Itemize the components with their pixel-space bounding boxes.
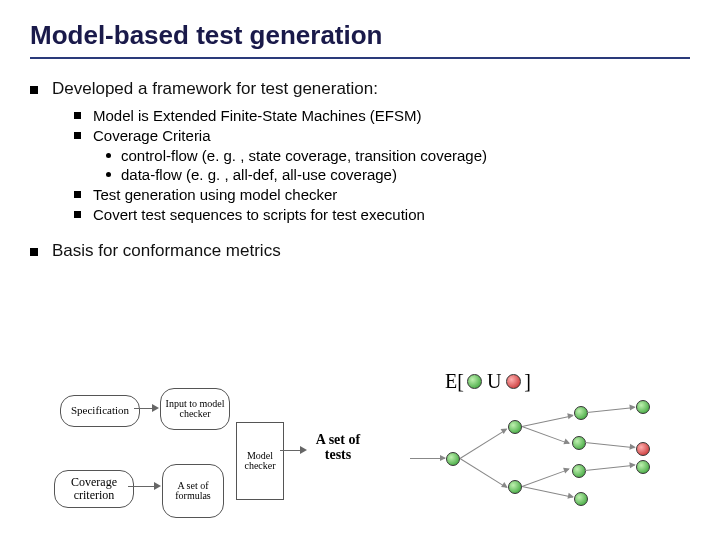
state-circle-green-icon xyxy=(467,374,482,389)
square-bullet-icon xyxy=(74,211,81,218)
arrow-head-icon xyxy=(152,404,159,412)
graph-edge xyxy=(585,465,635,471)
graph-edge xyxy=(460,458,507,488)
bullet-1-2-a: control-flow (e. g. , state coverage, tr… xyxy=(106,147,690,164)
graph-node-green-icon xyxy=(574,492,588,506)
arrow-line xyxy=(134,408,154,409)
graph-edge xyxy=(585,442,635,448)
arrow-head-icon xyxy=(154,482,161,490)
graph-node-green-icon xyxy=(636,400,650,414)
graph-edge xyxy=(460,429,507,459)
title-underline xyxy=(30,57,690,59)
bullet-1-2-b: data-flow (e. g. , all-def, all-use cove… xyxy=(106,166,690,183)
bullet-1-text: Developed a framework for test generatio… xyxy=(52,79,378,99)
diagram-area: Specification Input to model checker Cov… xyxy=(30,370,710,540)
bullet-1: Developed a framework for test generatio… xyxy=(30,79,690,99)
graph-node-green-icon xyxy=(572,436,586,450)
sub-list-1: Model is Extended Finite-State Machines … xyxy=(74,107,690,223)
dot-bullet-icon xyxy=(106,172,111,177)
formula-mid: U xyxy=(487,370,501,393)
bullet-1-1: Model is Extended Finite-State Machines … xyxy=(74,107,690,124)
box-specification: Specification xyxy=(60,395,140,427)
graph-node-green-icon xyxy=(636,460,650,474)
graph-edge xyxy=(522,426,569,444)
bullet-1-2: Coverage Criteria xyxy=(74,127,690,144)
graph-node-green-icon xyxy=(508,420,522,434)
sub-sub-list: control-flow (e. g. , state coverage, tr… xyxy=(106,147,690,183)
box-set-of-formulas: A set of formulas xyxy=(162,464,224,518)
graph-edge xyxy=(522,486,573,498)
bullet-1-2-text: Coverage Criteria xyxy=(93,127,211,144)
box-coverage-criterion: Coverage criterion xyxy=(54,470,134,508)
bullet-1-3-text: Test generation using model checker xyxy=(93,186,337,203)
bullet-1-1-text: Model is Extended Finite-State Machines … xyxy=(93,107,421,124)
graph-node-green-icon xyxy=(446,452,460,466)
bullet-1-2-b-text: data-flow (e. g. , all-def, all-use cove… xyxy=(121,166,397,183)
graph-node-green-icon xyxy=(572,464,586,478)
square-bullet-icon xyxy=(74,191,81,198)
box-input-to-checker: Input to model checker xyxy=(160,388,230,430)
graph-node-red-icon xyxy=(636,442,650,456)
graph-edge xyxy=(587,407,635,413)
bullet-1-2-a-text: control-flow (e. g. , state coverage, tr… xyxy=(121,147,487,164)
bullet-1-4-text: Covert test sequences to scripts for tes… xyxy=(93,206,425,223)
formula-open: E[ xyxy=(445,370,464,393)
slide-title: Model-based test generation xyxy=(30,20,690,51)
graph-node-green-icon xyxy=(508,480,522,494)
graph-node-green-icon xyxy=(574,406,588,420)
ctl-formula: E[ U ] xyxy=(445,370,531,393)
box-model-checker: Model checker xyxy=(236,422,284,500)
square-bullet-icon xyxy=(30,86,38,94)
dot-bullet-icon xyxy=(106,153,111,158)
arrow-line xyxy=(280,450,302,451)
square-bullet-icon xyxy=(30,248,38,256)
bullet-1-4: Covert test sequences to scripts for tes… xyxy=(74,206,690,223)
bullet-2-text: Basis for conformance metrics xyxy=(52,241,281,261)
formula-close: ] xyxy=(524,370,531,393)
arrow-line xyxy=(128,486,156,487)
square-bullet-icon xyxy=(74,112,81,119)
graph-edge xyxy=(522,415,573,427)
graph-edge xyxy=(410,458,445,459)
state-circle-red-icon xyxy=(506,374,521,389)
bullet-1-3: Test generation using model checker xyxy=(74,186,690,203)
arrow-head-icon xyxy=(300,446,307,454)
square-bullet-icon xyxy=(74,132,81,139)
label-set-of-tests: A set of tests xyxy=(310,432,366,463)
graph-edge xyxy=(522,469,569,487)
bullet-2: Basis for conformance metrics xyxy=(30,241,690,261)
